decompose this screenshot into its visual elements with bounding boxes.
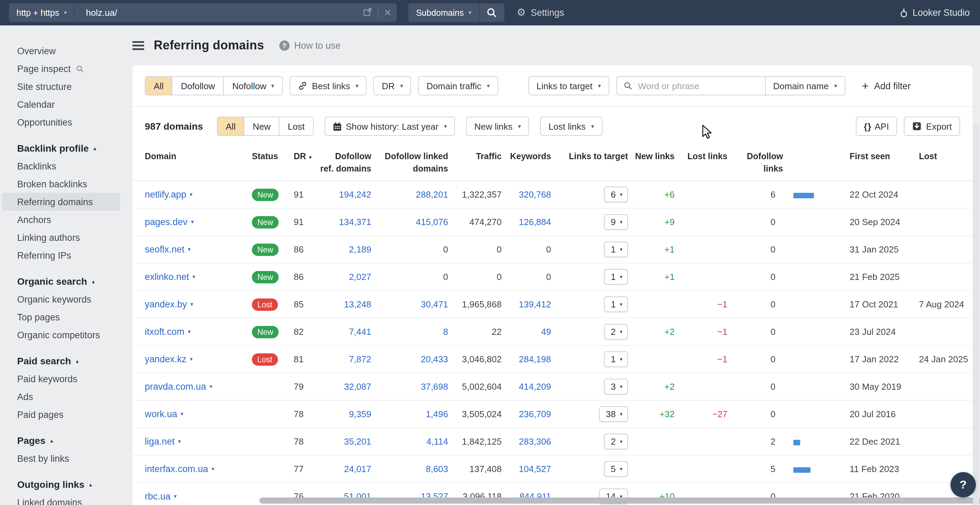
- cell-dofollow-linked[interactable]: 4,114: [371, 428, 448, 455]
- domain-link[interactable]: seoflx.net▾: [145, 244, 191, 254]
- column-header-links-to-target[interactable]: Links to target: [551, 144, 633, 181]
- sidebar-item-linked-domains[interactable]: Linked domains: [2, 493, 120, 505]
- word-search-input[interactable]: [636, 80, 749, 92]
- segment-nofollow[interactable]: Nofollow ▾: [223, 77, 282, 95]
- search-button[interactable]: [479, 3, 504, 22]
- best-links-filter[interactable]: Best links ▾: [290, 76, 367, 95]
- menu-toggle-button[interactable]: [132, 41, 144, 50]
- cell-dofollow-ref[interactable]: 2,189: [320, 236, 371, 263]
- sidebar-item-page-inspect[interactable]: Page inspect: [2, 60, 120, 78]
- links-to-target-select[interactable]: 1▾: [604, 241, 628, 257]
- domain-link[interactable]: pravda.com.ua▾: [145, 381, 212, 392]
- cell-keywords[interactable]: 104,527: [502, 455, 551, 483]
- word-search-field[interactable]: [617, 80, 765, 92]
- sidebar-item-top-pages[interactable]: Top pages: [2, 308, 120, 326]
- links-to-target-select[interactable]: 3▾: [604, 379, 628, 395]
- sidebar-section-paid-search[interactable]: Paid search▴: [2, 352, 120, 370]
- cell-new-links[interactable]: +9: [633, 208, 675, 236]
- domain-link[interactable]: yandex.kz▾: [145, 354, 193, 364]
- cell-dofollow-ref[interactable]: 7,441: [320, 318, 371, 345]
- domain-link[interactable]: netlify.app▾: [145, 189, 192, 200]
- cell-dofollow-ref[interactable]: 24,017: [320, 455, 371, 483]
- looker-studio-button[interactable]: Looker Studio: [899, 8, 970, 18]
- cell-dofollow-ref[interactable]: 194,242: [320, 181, 371, 208]
- cell-keywords[interactable]: 126,884: [502, 208, 551, 236]
- sidebar-item-linking-authors[interactable]: Linking authors: [2, 229, 120, 246]
- cell-new-links[interactable]: +2: [633, 318, 675, 345]
- links-to-target-select[interactable]: 6▾: [604, 187, 628, 202]
- sidebar-item-referring-domains[interactable]: Referring domains: [2, 193, 120, 211]
- domain-link[interactable]: itxoft.com▾: [145, 327, 191, 337]
- cell-dofollow-linked[interactable]: 20,433: [371, 345, 448, 373]
- cell-keywords[interactable]: 284,198: [502, 345, 551, 373]
- links-to-target-select[interactable]: 9▾: [604, 214, 628, 230]
- sidebar-item-site-structure[interactable]: Site structure: [2, 78, 120, 95]
- protocol-dropdown[interactable]: http + https ▾: [9, 3, 74, 22]
- sidebar-item-referring-ips[interactable]: Referring IPs: [2, 246, 120, 264]
- sidebar-item-organic-competitors[interactable]: Organic competitors: [2, 326, 120, 344]
- cell-lost-links[interactable]: −1: [675, 291, 727, 318]
- domain-name-dropdown[interactable]: Domain name ▾: [765, 77, 845, 95]
- links-to-target-select[interactable]: 38▾: [599, 406, 628, 422]
- clear-input-icon[interactable]: ✕: [384, 8, 391, 18]
- cell-new-links[interactable]: +1: [633, 263, 675, 291]
- cell-dofollow-linked[interactable]: 37,698: [371, 373, 448, 400]
- cell-keywords[interactable]: 283,306: [502, 428, 551, 455]
- scope-dropdown[interactable]: Subdomains ▾: [408, 3, 479, 22]
- domain-link[interactable]: work.ua▾: [145, 409, 184, 419]
- column-header-first-seen[interactable]: First seen: [815, 144, 905, 181]
- column-header-dofollow-links[interactable]: Dofollow links: [727, 144, 815, 181]
- cell-keywords[interactable]: 236,709: [502, 400, 551, 428]
- domain-traffic-filter[interactable]: Domain traffic ▾: [418, 76, 498, 95]
- sidebar-section-organic-search[interactable]: Organic search▴: [2, 272, 120, 290]
- cell-dofollow-linked[interactable]: 8,603: [371, 455, 448, 483]
- horizontal-scrollbar[interactable]: [259, 497, 980, 503]
- cell-dofollow-linked[interactable]: 8: [371, 318, 448, 345]
- sidebar-item-paid-pages[interactable]: Paid pages: [2, 405, 120, 423]
- domain-link[interactable]: interfax.com.ua▾: [145, 464, 215, 474]
- cell-dofollow-ref[interactable]: 9,359: [320, 400, 371, 428]
- sidebar-section-outgoing-links[interactable]: Outgoing links▴: [2, 475, 120, 493]
- sidebar-item-calendar[interactable]: Calendar: [2, 95, 120, 113]
- add-filter-button[interactable]: + Add filter: [862, 80, 911, 92]
- cell-keywords[interactable]: 49: [502, 318, 551, 345]
- domain-link[interactable]: exlinko.net▾: [145, 272, 195, 282]
- sidebar-item-paid-keywords[interactable]: Paid keywords: [2, 370, 120, 387]
- links-to-target-select[interactable]: 2▾: [604, 324, 628, 340]
- lost-links-dropdown[interactable]: Lost links ▾: [540, 117, 602, 136]
- sidebar-item-opportunities[interactable]: Opportunities: [2, 113, 120, 131]
- cell-keywords[interactable]: 320,768: [502, 181, 551, 208]
- open-external-icon[interactable]: [363, 7, 372, 18]
- settings-button[interactable]: ⚙ Settings: [516, 8, 564, 18]
- segment-status-new[interactable]: New: [244, 118, 279, 135]
- help-fab-button[interactable]: ?: [950, 472, 976, 497]
- cell-dofollow-linked[interactable]: 30,471: [371, 291, 448, 318]
- column-header-traffic[interactable]: Traffic: [448, 144, 502, 181]
- cell-dofollow-ref[interactable]: 2,027: [320, 263, 371, 291]
- vertical-scrollbar[interactable]: [973, 124, 979, 505]
- cell-dofollow-linked[interactable]: 288,201: [371, 181, 448, 208]
- links-to-target-filter[interactable]: Links to target ▾: [528, 76, 609, 95]
- segment-all[interactable]: All: [145, 77, 172, 95]
- cell-dofollow-ref[interactable]: 13,248: [320, 291, 371, 318]
- column-header-lost-links[interactable]: Lost links: [675, 144, 727, 181]
- column-header-dr[interactable]: DR▾: [291, 144, 320, 181]
- cell-lost-links[interactable]: −1: [675, 318, 727, 345]
- cell-dofollow-linked[interactable]: 1,496: [371, 400, 448, 428]
- cell-keywords[interactable]: 414,209: [502, 373, 551, 400]
- column-header-dofollow-linked-domains[interactable]: Dofollow linked domains: [371, 144, 448, 181]
- target-url-input[interactable]: holz.ua/ ✕: [74, 3, 397, 22]
- domain-link[interactable]: rbc.ua▾: [145, 491, 177, 502]
- links-to-target-select[interactable]: 1▾: [604, 351, 628, 367]
- cell-new-links[interactable]: +1: [633, 236, 675, 263]
- cell-dofollow-linked[interactable]: 415,076: [371, 208, 448, 236]
- cell-dofollow-ref[interactable]: 7,872: [320, 345, 371, 373]
- links-to-target-select[interactable]: 1▾: [604, 269, 628, 285]
- export-button[interactable]: Export: [904, 117, 960, 136]
- sidebar-section-pages[interactable]: Pages▴: [2, 432, 120, 449]
- segment-status-lost[interactable]: Lost: [279, 118, 313, 135]
- domain-link[interactable]: yandex.by▾: [145, 299, 193, 310]
- sidebar-section-backlink-profile[interactable]: Backlink profile▴: [2, 139, 120, 157]
- links-to-target-select[interactable]: 1▾: [604, 296, 628, 312]
- cell-dofollow-ref[interactable]: 134,371: [320, 208, 371, 236]
